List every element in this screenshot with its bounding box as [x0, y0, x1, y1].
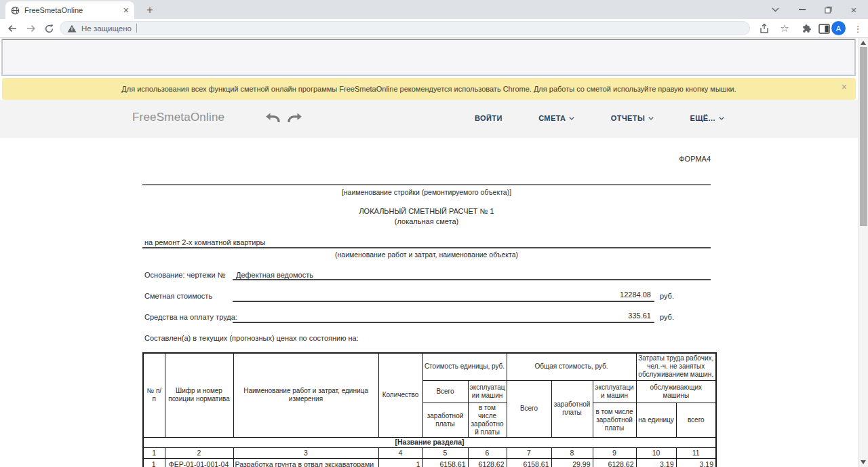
redo-icon[interactable]	[287, 111, 302, 124]
col-num-5: 5	[422, 447, 468, 458]
back-icon[interactable]	[5, 22, 19, 35]
estimate-cost-label: Сметная стоимость	[144, 292, 212, 300]
estimate-cost-value[interactable]: 12284.08	[233, 291, 654, 302]
col-header-labor-per-unit: на единицу	[636, 403, 676, 437]
basis-value-field[interactable]: Дефектная ведомость	[236, 271, 313, 279]
url-bar[interactable]: Не защищено	[60, 21, 750, 35]
col-header-name: Наименование работ и затрат, единица изм…	[233, 353, 378, 437]
table-row[interactable]: 1 ФЕР-01-01-001-04 Разработка грунта в о…	[143, 458, 716, 467]
web-page: Для использования всех функций сметной о…	[0, 38, 858, 467]
site-logo[interactable]: FreeSmetaOnline	[132, 111, 224, 124]
col-num-1: 1	[143, 447, 165, 458]
col-group-unit-cost: Стоимость единицы, руб.	[422, 353, 507, 380]
col-group-labor: Затраты труда рабочих, чел.-ч. не заняты…	[636, 353, 716, 380]
col-num-2: 2	[165, 447, 233, 458]
nav-label-smeta: СМЕТА	[538, 114, 566, 122]
new-tab-button[interactable]: +	[142, 3, 157, 18]
object-name-field[interactable]: на ремонт 2-х комнатной квартиры	[144, 238, 265, 246]
browser-menu-dots-icon[interactable]: ⋮	[850, 22, 865, 35]
row-cell-name[interactable]: Разработка грунта в отвал экскаваторами …	[233, 458, 378, 467]
col-num-9: 9	[593, 447, 636, 458]
col-header-grand-machines-sub: в том числе заработной платы	[593, 403, 636, 437]
tab-strip: FreeSmetaOnline × + ×	[0, 0, 868, 19]
col-header-qty: Количество	[378, 353, 422, 437]
section-title-row[interactable]: [Название раздела]	[143, 437, 716, 447]
col-num-4: 4	[378, 447, 422, 458]
form-label: ФОРМА4	[142, 155, 711, 163]
scrollbar-thumb[interactable]	[860, 47, 867, 226]
labor-funds-value[interactable]: 335.61	[233, 312, 654, 323]
banner-close-icon[interactable]: ×	[842, 82, 847, 92]
col-header-grand-wages: заработной платы	[551, 380, 593, 437]
labor-funds-unit: руб.	[660, 313, 674, 321]
forward-icon[interactable]	[24, 22, 38, 35]
window-minimize-button[interactable]	[791, 0, 814, 19]
bookmark-star-icon[interactable]: ☆	[777, 22, 792, 35]
tab-title: FreeSmetaOnline	[24, 6, 119, 14]
site-favicon-globe-icon	[11, 6, 20, 15]
row-cell-labor-total[interactable]: 3.19	[676, 458, 716, 467]
reload-icon[interactable]	[42, 22, 56, 35]
scrollbar-down-arrow-icon[interactable]	[861, 460, 866, 464]
undo-icon[interactable]	[265, 111, 281, 124]
share-icon[interactable]	[757, 22, 772, 35]
col-header-grand-machines: эксплуатации машин	[593, 380, 636, 403]
prices-note: Составлен(а) в текущих (прогнозных) цена…	[144, 334, 359, 342]
extensions-puzzle-icon[interactable]	[799, 22, 814, 35]
browser-toolbar: Не защищено ☆ A ⋮	[0, 19, 868, 38]
estimate-table: № п/п Шифр и номер позиции норматива Наи…	[142, 352, 717, 467]
col-group-total-cost: Общая стоимость, руб.	[507, 353, 636, 380]
col-num-11: 11	[676, 447, 716, 458]
col-num-6: 6	[468, 447, 507, 458]
nav-item-more[interactable]: ЕЩЁ...	[690, 114, 724, 122]
nav-item-login[interactable]: ВОЙТИ	[475, 114, 502, 122]
not-secure-warning-icon	[67, 24, 77, 33]
window-restore-button[interactable]	[816, 0, 840, 19]
chrome-recommendation-banner: Для использования всех функций сметной о…	[2, 78, 856, 100]
security-chip-label[interactable]: Не защищено	[81, 24, 132, 33]
basis-label: Основание: чертежи №	[144, 271, 226, 279]
url-text-caret	[136, 24, 137, 33]
col-num-3: 3	[233, 447, 378, 458]
tab-close-icon[interactable]: ×	[123, 5, 129, 15]
side-panel-icon[interactable]	[816, 22, 831, 35]
browser-tab[interactable]: FreeSmetaOnline ×	[5, 1, 134, 19]
col-num-10: 10	[636, 447, 676, 458]
chevron-down-icon	[569, 117, 574, 120]
row-cell-qty[interactable]: 1	[378, 458, 422, 467]
row-cell-grand-wages[interactable]: 29.99	[551, 458, 593, 467]
nav-label-reports: ОТЧЕТЫ	[611, 114, 645, 122]
profile-avatar[interactable]: A	[831, 21, 846, 35]
row-cell-unit-total[interactable]: 6158.61	[422, 458, 468, 467]
document-subtitle: (локальная смета)	[142, 217, 711, 225]
column-numbers-row: 1 2 3 4 5 6 7 8 9 10 11	[143, 447, 716, 458]
nav-label-more: ЕЩЁ...	[690, 114, 715, 122]
col-header-unit-total: Всего	[422, 380, 468, 403]
scrollbar-up-arrow-icon[interactable]	[861, 41, 866, 45]
document-title: ЛОКАЛЬНЫЙ СМЕТНЫЙ РАСЧЕТ № 1	[142, 207, 711, 215]
row-cell-unit-machines[interactable]: 6128.62	[468, 458, 507, 467]
object-name-underline	[142, 247, 711, 248]
col-header-unit-wages: заработной платы	[422, 403, 468, 437]
row-cell-code[interactable]: ФЕР-01-01-001-04	[165, 458, 233, 467]
row-cell-grand-total[interactable]: 6158.61	[507, 458, 551, 467]
nav-item-smeta[interactable]: СМЕТА	[538, 114, 574, 122]
row-cell-num[interactable]: 1	[143, 458, 165, 467]
window-chevron-down-icon[interactable]	[764, 0, 787, 19]
labor-funds-label: Средства на оплату труда:	[144, 313, 237, 321]
row-cell-grand-machines[interactable]: 6128.62	[593, 458, 636, 467]
basis-underline	[233, 279, 711, 280]
banner-text: Для использования всех функций сметной о…	[121, 85, 736, 93]
main-nav: ВОЙТИ СМЕТА ОТЧЕТЫ ЕЩЁ...	[475, 114, 724, 122]
page-scrollbar[interactable]	[858, 38, 868, 467]
col-header-unit-machines: эксплуатации машин	[468, 380, 507, 403]
nav-item-reports[interactable]: ОТЧЕТЫ	[611, 114, 654, 122]
chevron-down-icon	[648, 117, 654, 120]
document-top-rule	[142, 184, 711, 185]
col-header-labor-machines: обслуживающих машины	[636, 380, 716, 403]
col-header-grand-total: Всего	[507, 380, 551, 437]
estimate-cost-unit: руб.	[660, 292, 674, 300]
window-close-button[interactable]: ×	[842, 0, 865, 19]
col-header-num: № п/п	[143, 353, 165, 437]
row-cell-labor-per-unit[interactable]: 3.19	[636, 458, 676, 467]
